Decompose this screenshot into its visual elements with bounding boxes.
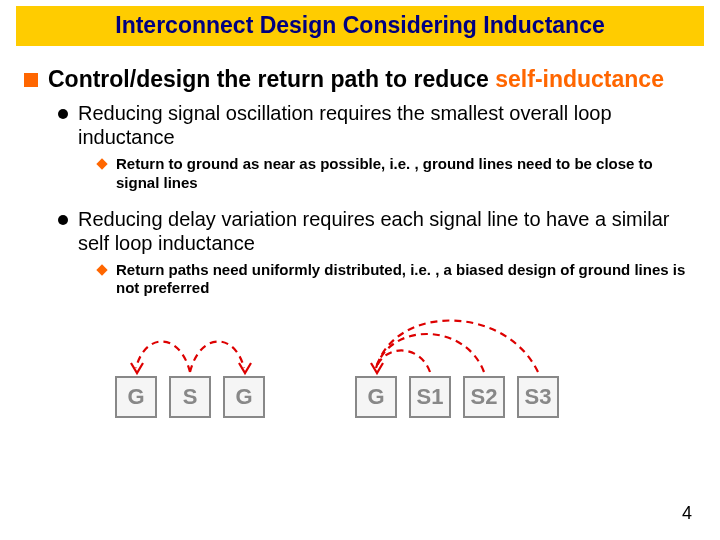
signal3-box: S3 (517, 376, 559, 418)
sub-bullet-item-2: Return paths need uniformly distributed,… (98, 261, 696, 299)
arrowhead-icon (369, 360, 385, 376)
heading-text: Control/design the return path to reduce… (48, 66, 664, 93)
diamond-bullet-icon (96, 264, 107, 275)
return-arc-icon (355, 322, 575, 382)
bullet-text: Reducing delay variation requires each s… (78, 207, 696, 255)
slide-body: Control/design the return path to reduce… (14, 46, 706, 418)
signal-box: S (169, 376, 211, 418)
arrowhead-icon (129, 360, 145, 376)
signal2-box: S2 (463, 376, 505, 418)
sub-bullet-text: Return to ground as near as possible, i.… (116, 155, 696, 193)
slide: Interconnect Design Considering Inductan… (0, 0, 720, 540)
bullet-item-1: Reducing signal oscillation requires the… (58, 101, 696, 149)
ground-box: G (223, 376, 265, 418)
dot-bullet-icon (58, 215, 68, 225)
ground-box: G (355, 376, 397, 418)
dot-bullet-icon (58, 109, 68, 119)
diamond-bullet-icon (96, 158, 107, 169)
page-number: 4 (682, 503, 692, 524)
square-bullet-icon (24, 73, 38, 87)
arrowhead-icon (237, 360, 253, 376)
return-path-diagram: G S G G S1 S2 S3 (24, 322, 696, 418)
bullet-item-2: Reducing delay variation requires each s… (58, 207, 696, 255)
signal1-box: S1 (409, 376, 451, 418)
heading-accent: self-inductance (495, 66, 664, 92)
heading-level1: Control/design the return path to reduce… (24, 66, 696, 93)
slide-title: Interconnect Design Considering Inductan… (16, 6, 704, 46)
heading-plain: Control/design the return path to reduce (48, 66, 495, 92)
bullet-text: Reducing signal oscillation requires the… (78, 101, 696, 149)
sub-bullet-text: Return paths need uniformly distributed,… (116, 261, 696, 299)
ground-box: G (115, 376, 157, 418)
sub-bullet-item-1: Return to ground as near as possible, i.… (98, 155, 696, 193)
